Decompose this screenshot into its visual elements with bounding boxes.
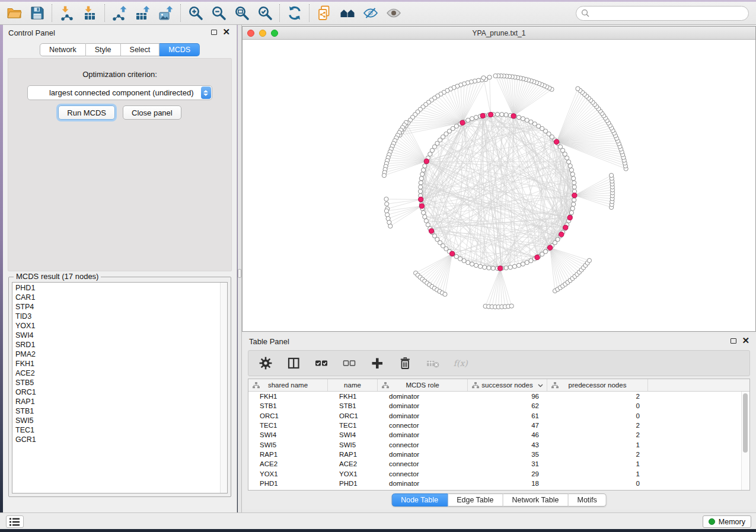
gear-button[interactable] <box>258 355 273 371</box>
cell-successor-nodes[interactable]: 29 <box>468 470 547 477</box>
close-panel-icon[interactable]: ✕ <box>222 27 230 37</box>
mcds-result-item[interactable]: SRD1 <box>15 340 219 350</box>
table-row-FKH1[interactable]: FKH1FKH1dominator962 <box>248 392 749 401</box>
table-row-SWI5[interactable]: SWI5SWI5connector431 <box>248 440 749 449</box>
cell-shared-name[interactable]: ORC1 <box>248 412 328 419</box>
column-header-successor-nodes[interactable]: successor nodes <box>468 379 547 391</box>
cell-MCDS-role[interactable]: connector <box>378 422 468 429</box>
zoom-fit-button[interactable] <box>231 3 252 23</box>
tab-motifs[interactable]: Motifs <box>568 493 606 507</box>
cell-shared-name[interactable]: RAP1 <box>248 451 328 458</box>
mcds-result-item[interactable]: STB1 <box>15 406 219 416</box>
table-row-STB1[interactable]: STB1STB1dominator620 <box>248 401 749 411</box>
deselect-all-columns-button[interactable] <box>342 355 357 371</box>
splitter-grip[interactable] <box>238 269 241 278</box>
cell-name[interactable]: SWI4 <box>328 431 378 438</box>
cell-MCDS-role[interactable]: connector <box>378 470 468 477</box>
cell-predecessor-nodes[interactable]: 0 <box>547 412 648 419</box>
zoom-selected-button[interactable] <box>254 3 275 23</box>
cell-name[interactable]: ACE2 <box>328 460 378 467</box>
columns-button[interactable] <box>286 355 301 371</box>
float-panel-icon[interactable] <box>211 30 217 35</box>
table-row-PHD1[interactable]: PHD1PHD1dominator180 <box>248 479 749 488</box>
tab-network[interactable]: Network <box>40 43 86 56</box>
network-window-titlebar[interactable]: YPA_prune.txt_1 <box>243 27 755 40</box>
mcds-result-item[interactable]: PMA2 <box>15 350 219 359</box>
tab-edge-table[interactable]: Edge Table <box>448 493 503 507</box>
tab-style[interactable]: Style <box>86 43 121 56</box>
cell-name[interactable]: RAP1 <box>328 451 378 458</box>
table-row-TEC1[interactable]: TEC1TEC1connector472 <box>248 421 749 430</box>
apply-layout-button[interactable] <box>284 3 305 23</box>
network-graph[interactable] <box>243 40 755 331</box>
criterion-dropdown[interactable]: largest connected component (undirected) <box>27 85 212 100</box>
import-table-button[interactable] <box>79 3 100 23</box>
table-row-ORC1[interactable]: ORC1ORC1dominator610 <box>248 411 749 421</box>
show-graphics-details-button[interactable] <box>383 3 404 23</box>
cell-shared-name[interactable]: SWI4 <box>248 431 328 438</box>
cell-name[interactable]: PHD1 <box>328 480 378 487</box>
tab-node-table[interactable]: Node Table <box>391 493 448 507</box>
cell-MCDS-role[interactable]: dominator <box>378 431 468 438</box>
cell-name[interactable]: ORC1 <box>328 412 378 419</box>
cell-successor-nodes[interactable]: 18 <box>468 480 547 487</box>
mcds-result-item[interactable]: PHD1 <box>15 283 219 293</box>
cell-shared-name[interactable]: YOX1 <box>248 470 328 477</box>
cell-shared-name[interactable]: FKH1 <box>248 393 328 400</box>
table-row-YOX1[interactable]: YOX1YOX1connector291 <box>248 469 749 478</box>
tab-network-table[interactable]: Network Table <box>503 493 569 507</box>
save-session-button[interactable] <box>27 3 47 23</box>
mcds-result-item[interactable]: SWI5 <box>15 416 219 425</box>
cell-successor-nodes[interactable]: 47 <box>468 422 547 429</box>
select-all-columns-button[interactable] <box>314 355 329 371</box>
cell-name[interactable]: SWI5 <box>328 441 378 448</box>
zoom-out-button[interactable] <box>208 3 229 23</box>
mcds-result-item[interactable]: CAR1 <box>15 293 219 302</box>
cell-successor-nodes[interactable]: 35 <box>468 451 547 458</box>
export-network-button[interactable] <box>109 3 130 23</box>
cell-successor-nodes[interactable]: 62 <box>468 402 547 409</box>
zoom-in-button[interactable] <box>185 3 206 23</box>
mcds-result-item[interactable]: RAP1 <box>15 397 219 406</box>
cell-name[interactable]: STB1 <box>328 402 378 409</box>
cell-shared-name[interactable]: TEC1 <box>248 422 328 429</box>
mcds-result-item[interactable]: GCR1 <box>15 435 219 444</box>
cell-predecessor-nodes[interactable]: 2 <box>547 431 648 438</box>
cell-predecessor-nodes[interactable]: 1 <box>547 470 648 477</box>
run-mcds-button[interactable]: Run MCDS <box>58 105 115 120</box>
close-panel-button[interactable]: Close panel <box>123 105 181 120</box>
table-row-RAP1[interactable]: RAP1RAP1dominator352 <box>248 450 749 459</box>
cell-successor-nodes[interactable]: 96 <box>468 393 547 400</box>
column-header-predecessor-nodes[interactable]: predecessor nodes <box>547 379 648 391</box>
mcds-list-scrollbar[interactable] <box>220 283 227 493</box>
column-header-shared-name[interactable]: shared name <box>248 379 328 391</box>
network-canvas[interactable] <box>243 40 755 331</box>
mcds-result-item[interactable]: TID3 <box>15 312 219 321</box>
cell-MCDS-role[interactable]: connector <box>378 441 468 448</box>
cell-shared-name[interactable]: STB1 <box>248 402 328 409</box>
cell-successor-nodes[interactable]: 31 <box>468 460 547 467</box>
export-table-button[interactable] <box>132 3 153 23</box>
float-table-panel-icon[interactable] <box>731 338 736 344</box>
mcds-result-item[interactable]: STP4 <box>15 302 219 312</box>
tab-mcds[interactable]: MCDS <box>160 43 200 56</box>
column-header-MCDS-role[interactable]: MCDS role <box>378 379 468 391</box>
mcds-result-item[interactable]: ORC1 <box>15 387 219 397</box>
cell-MCDS-role[interactable]: connector <box>378 460 468 467</box>
cell-MCDS-role[interactable]: dominator <box>378 402 468 409</box>
search-input[interactable] <box>593 7 748 19</box>
mcds-result-item[interactable]: SWI4 <box>15 331 219 340</box>
first-neighbors-button[interactable] <box>337 3 358 23</box>
hide-graphics-details-button[interactable] <box>360 3 381 23</box>
task-history-button[interactable] <box>6 515 24 528</box>
cell-name[interactable]: YOX1 <box>328 470 378 477</box>
panel-splitter[interactable] <box>238 25 242 512</box>
cell-predecessor-nodes[interactable]: 2 <box>547 393 648 400</box>
cell-predecessor-nodes[interactable]: 0 <box>547 480 648 487</box>
close-table-panel-icon[interactable]: ✕ <box>742 335 749 346</box>
cell-MCDS-role[interactable]: dominator <box>378 480 468 487</box>
memory-button[interactable]: Memory <box>703 515 751 528</box>
cell-predecessor-nodes[interactable]: 2 <box>547 451 648 458</box>
cell-successor-nodes[interactable]: 61 <box>468 412 547 419</box>
tab-select[interactable]: Select <box>121 43 160 56</box>
